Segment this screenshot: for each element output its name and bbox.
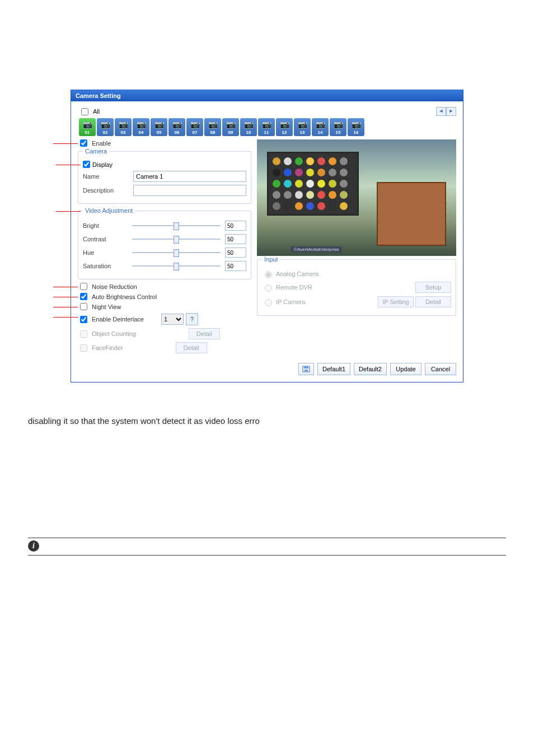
default2-button[interactable]: Default2 [354, 363, 387, 375]
camera-tab-06[interactable]: 📷06 [168, 118, 185, 136]
noise-reduction-checkbox[interactable] [80, 283, 87, 290]
saturation-slider[interactable] [132, 265, 221, 267]
hue-value[interactable] [225, 248, 246, 258]
camera-tab-number: 15 [336, 130, 341, 135]
camera-tab-03[interactable]: 📷03 [115, 118, 132, 136]
hue-label: Hue [83, 249, 128, 256]
camera-tab-15[interactable]: 📷15 [330, 118, 346, 136]
auto-brightness-checkbox[interactable] [80, 293, 87, 300]
contrast-value[interactable] [225, 234, 246, 244]
bright-slider[interactable] [132, 225, 221, 226]
camera-tab-number: 13 [300, 130, 305, 135]
remote-dvr-radio: Remote DVR [262, 283, 312, 292]
display-label: Display [92, 161, 113, 168]
enable-checkbox[interactable] [80, 139, 87, 147]
camera-tab-08[interactable]: 📷08 [204, 118, 221, 136]
camera-tab-number: 01 [85, 130, 90, 135]
noise-reduction-label: Noise Reduction [92, 283, 137, 290]
contrast-label: Contrast [83, 236, 128, 242]
camera-tab-07[interactable]: 📷07 [186, 118, 203, 136]
camera-tab-number: 09 [228, 130, 233, 135]
camera-tab-number: 12 [282, 130, 287, 135]
saturation-value[interactable] [225, 261, 246, 271]
description-label: Description [83, 187, 133, 194]
name-label: Name [83, 173, 133, 180]
camera-icon: 📷 [244, 120, 254, 129]
name-input[interactable] [133, 171, 246, 182]
facefinder-detail-button: Detail [176, 342, 207, 353]
camera-legend: Camera [83, 148, 109, 155]
page-footer: i [28, 538, 506, 556]
facefinder-checkbox [80, 344, 87, 352]
night-view-checkbox[interactable] [80, 303, 87, 310]
video-adjustment-legend: Video Adjustment [83, 207, 135, 214]
camera-tab-16[interactable]: 📷16 [348, 118, 364, 136]
saturation-label: Saturation [83, 263, 128, 269]
camera-tab-number: 16 [354, 130, 359, 135]
input-legend: Input [262, 256, 280, 263]
camera-tab-10[interactable]: 📷10 [240, 118, 257, 136]
nav-right-icon[interactable]: ► [446, 107, 456, 116]
camera-tab-number: 11 [264, 130, 269, 135]
deinterlace-select[interactable]: 1 [161, 314, 184, 325]
object-counting-label: Object Counting [92, 330, 136, 337]
camera-tab-14[interactable]: 📷14 [312, 118, 329, 136]
camera-tab-12[interactable]: 📷12 [276, 118, 293, 136]
remote-setup-button: Setup [415, 282, 451, 293]
svg-rect-1 [304, 367, 308, 368]
camera-tab-number: 02 [103, 130, 108, 135]
cancel-button[interactable]: Cancel [425, 363, 456, 375]
svg-rect-2 [305, 370, 308, 371]
camera-icon: 📷 [154, 120, 164, 129]
enable-deinterlace-checkbox[interactable] [80, 316, 87, 323]
camera-tab-number: 07 [193, 130, 198, 135]
save-icon-button[interactable] [298, 363, 314, 375]
camera-icon: 📷 [83, 120, 92, 129]
camera-tab-02[interactable]: 📷02 [97, 118, 114, 136]
camera-tab-04[interactable]: 📷04 [133, 118, 149, 136]
deinterlace-info-icon[interactable]: ? [186, 313, 198, 325]
camera-tab-number: 10 [246, 130, 251, 135]
camera-tab-11[interactable]: 📷11 [258, 118, 275, 136]
camera-icon: 📷 [280, 120, 289, 129]
input-group: Input Analog Camera Remote DVR [257, 256, 456, 316]
camera-icon: 📷 [101, 120, 110, 129]
camera-tab-number: 03 [121, 130, 126, 135]
dialog-title: Camera Setting [71, 90, 463, 101]
camera-icon: 📷 [334, 120, 343, 129]
facefinder-label: FaceFinder [92, 344, 123, 351]
hue-slider[interactable] [132, 252, 221, 253]
bright-label: Bright [83, 222, 128, 229]
analog-camera-radio[interactable]: Analog Camera [262, 269, 318, 278]
update-button[interactable]: Update [390, 363, 421, 375]
video-adjustment-group: Video Adjustment Bright Contrast [78, 207, 251, 279]
display-checkbox[interactable] [83, 161, 90, 168]
all-checkbox[interactable] [81, 108, 88, 115]
camera-tab-number: 14 [318, 130, 323, 135]
camera-tab-number: 08 [210, 130, 216, 135]
camera-icon: 📷 [316, 120, 325, 129]
bright-value[interactable] [225, 221, 246, 231]
camera-icon: 📷 [352, 120, 361, 129]
ip-setting-button: IP Setting [378, 296, 414, 307]
contrast-slider[interactable] [132, 239, 221, 240]
camera-tab-13[interactable]: 📷13 [294, 118, 311, 136]
enable-deinterlace-label: Enable Deinterlace [92, 316, 159, 323]
camera-tab-09[interactable]: 📷09 [222, 118, 239, 136]
nav-left-icon[interactable]: ◄ [436, 107, 446, 116]
camera-group: Camera Display Name Description [78, 148, 251, 204]
camera-setting-dialog: Camera Setting All ◄ ► 📷01📷02📷03📷04📷05📷0… [71, 90, 463, 382]
camera-icon: 📷 [172, 120, 182, 129]
camera-tab-number: 04 [139, 130, 144, 135]
camera-icon: 📷 [298, 120, 307, 129]
camera-tab-05[interactable]: 📷05 [151, 118, 167, 136]
caption-text: disabling it so that the system won't de… [28, 416, 506, 426]
info-icon: i [28, 540, 39, 552]
camera-icon: 📷 [262, 120, 271, 129]
preview-watermark: ©AverMediaEnterprise [291, 246, 342, 253]
save-icon [302, 366, 310, 372]
description-input[interactable] [133, 185, 246, 196]
default1-button[interactable]: Default1 [317, 363, 350, 375]
all-checkbox-row[interactable]: All [81, 108, 100, 115]
camera-tab-01[interactable]: 📷01 [79, 118, 96, 136]
